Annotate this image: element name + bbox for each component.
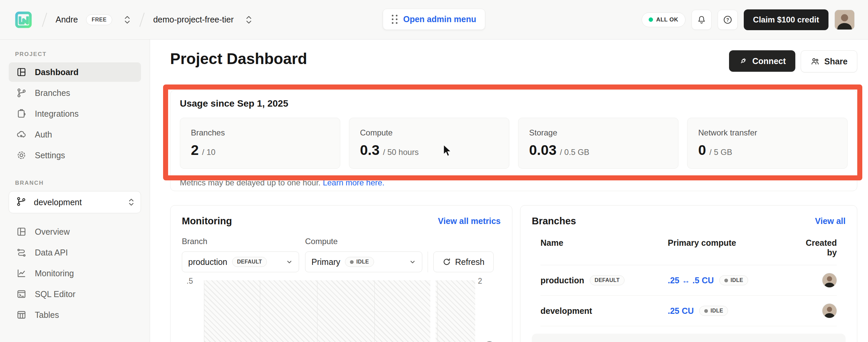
sidebar-item-label: Tables xyxy=(35,310,59,320)
sidebar-item-integrations[interactable]: Integrations xyxy=(9,104,141,123)
sidebar: PROJECT Dashboard Branches Integrations … xyxy=(0,39,150,342)
sidebar-item-data-api[interactable]: Data API xyxy=(9,243,141,262)
branch-row-development[interactable]: development .25 CU IDLE xyxy=(540,296,837,326)
share-button[interactable]: Share xyxy=(801,50,857,73)
branch-selector[interactable]: development xyxy=(9,191,141,213)
branch-dropdown[interactable]: production DEFAULT xyxy=(182,252,299,272)
compute-dropdown[interactable]: Primary IDLE xyxy=(305,252,422,272)
branch-name[interactable]: development xyxy=(540,306,592,316)
org-selector-icon[interactable] xyxy=(124,15,131,25)
branch-name[interactable]: production xyxy=(540,276,584,285)
usage-cards: Branches 2 / 10 Compute 0.3 / 50 hours S… xyxy=(180,118,847,169)
usage-value: 0 xyxy=(698,142,706,158)
sidebar-item-monitoring[interactable]: Monitoring xyxy=(9,263,141,283)
usage-note-link[interactable]: Learn more here. xyxy=(323,178,384,187)
controls-divider xyxy=(428,252,428,272)
branches-panel: Branches View all Name Primary compute C… xyxy=(520,205,857,342)
chart-icon xyxy=(16,267,27,279)
usage-card-branches[interactable]: Branches 2 / 10 xyxy=(180,118,340,169)
branches-table-header: Name Primary compute Created by xyxy=(540,238,837,265)
breadcrumb: Andre FREE demo-project-free-tier xyxy=(13,10,252,30)
creator-avatar xyxy=(822,304,837,318)
dashboard-icon xyxy=(16,66,27,78)
branch-section-label: BRANCH xyxy=(15,180,150,187)
usage-card-compute[interactable]: Compute 0.3 / 50 hours xyxy=(349,118,509,169)
top-bar: Andre FREE demo-project-free-tier Open a… xyxy=(0,0,868,39)
idle-dot xyxy=(350,260,353,264)
monitoring-panel: Monitoring View all metrics Branch Compu… xyxy=(170,205,513,342)
sidebar-item-auth[interactable]: Auth xyxy=(9,125,141,144)
branches-heading: Branches xyxy=(532,216,576,227)
notifications-button[interactable] xyxy=(691,10,712,30)
chart-gridline xyxy=(374,280,375,342)
compute-dropdown-value: Primary xyxy=(311,257,340,267)
sidebar-item-settings[interactable]: Settings xyxy=(9,145,141,165)
sidebar-item-label: Dashboard xyxy=(35,67,79,77)
right-axis-tick: 2 xyxy=(478,277,482,286)
view-all-metrics-link[interactable]: View all metrics xyxy=(438,216,501,226)
sidebar-item-sql-editor[interactable]: SQL Editor xyxy=(9,284,141,304)
auth-cloud-icon xyxy=(16,129,27,141)
usage-heading: Usage since Sep 1, 2025 xyxy=(180,98,847,109)
user-avatar[interactable] xyxy=(835,10,855,30)
org-name[interactable]: Andre xyxy=(56,15,78,25)
svg-text:?: ? xyxy=(726,18,729,23)
connect-button[interactable]: Connect xyxy=(729,50,795,72)
usage-limit: / 10 xyxy=(202,147,215,157)
refresh-label: Refresh xyxy=(455,257,485,267)
open-admin-menu-button[interactable]: Open admin menu xyxy=(383,9,485,30)
table-icon xyxy=(16,309,27,321)
claim-credit-button[interactable]: Claim $100 credit xyxy=(744,9,829,30)
sidebar-item-dashboard[interactable]: Dashboard xyxy=(9,62,141,82)
project-name[interactable]: demo-project-free-tier xyxy=(153,15,234,25)
usage-panel: Usage since Sep 1, 2025 Branches 2 / 10 … xyxy=(170,90,857,191)
sidebar-item-branches[interactable]: Branches xyxy=(9,83,141,103)
chart-gridline xyxy=(317,280,317,342)
sidebar-item-overview[interactable]: Overview xyxy=(9,222,141,241)
idle-dot xyxy=(724,279,728,282)
branch-row-production[interactable]: production DEFAULT .25 ↔ .5 CU IDLE xyxy=(540,265,837,296)
integrations-icon xyxy=(16,108,27,120)
drag-handle-icon xyxy=(392,15,398,24)
idle-status-badge: IDLE xyxy=(719,275,748,285)
header-actions: Connect Share xyxy=(729,50,857,73)
creator-avatar xyxy=(822,273,837,288)
monitoring-heading: Monitoring xyxy=(182,216,232,227)
open-admin-menu-label: Open admin menu xyxy=(403,15,476,24)
help-button[interactable]: ? xyxy=(718,10,738,30)
usage-limit: / 50 hours xyxy=(383,147,418,157)
chart-gridline xyxy=(204,280,204,342)
sidebar-item-label: SQL Editor xyxy=(35,289,75,299)
overview-icon xyxy=(16,226,27,238)
view-all-branches-link[interactable]: View all xyxy=(815,216,845,226)
compute-size-link[interactable]: .25 CU xyxy=(668,306,694,316)
compute-dropdown-label: Compute xyxy=(305,237,338,246)
project-selector-icon[interactable] xyxy=(245,15,252,25)
neon-logo-icon[interactable] xyxy=(13,10,33,30)
branch-dropdown-label: Branch xyxy=(182,237,305,246)
column-header-primary-compute: Primary compute xyxy=(668,238,797,257)
gear-icon xyxy=(16,149,27,161)
sidebar-item-tables[interactable]: Tables xyxy=(9,305,141,324)
usage-card-label: Storage xyxy=(529,128,668,138)
sidebar-item-label: Data API xyxy=(35,248,68,257)
refresh-button[interactable]: Refresh xyxy=(433,252,494,272)
chart-gap-band xyxy=(430,280,436,342)
route-icon xyxy=(16,247,27,258)
status-ok-dot xyxy=(649,18,653,22)
chevron-down-icon xyxy=(286,258,293,265)
monitoring-chart-plot[interactable] xyxy=(204,280,475,342)
system-status-badge[interactable]: ALL OK xyxy=(642,12,685,27)
compute-size-link[interactable]: .25 ↔ .5 CU xyxy=(668,276,714,285)
usage-card-storage[interactable]: Storage 0.03 / 0.5 GB xyxy=(518,118,678,169)
status-label: ALL OK xyxy=(656,17,678,23)
usage-value: 0.3 xyxy=(360,142,379,158)
branch-selector-value: development xyxy=(34,198,117,207)
refresh-icon xyxy=(442,257,451,266)
branch-icon xyxy=(16,87,27,99)
close-icon[interactable]: ✕ xyxy=(829,340,836,342)
default-badge: DEFAULT xyxy=(590,275,625,285)
usage-card-network[interactable]: Network transfer 0 / 5 GB xyxy=(687,118,847,169)
chart-gridline xyxy=(437,280,438,342)
help-icon: ? xyxy=(723,15,733,25)
